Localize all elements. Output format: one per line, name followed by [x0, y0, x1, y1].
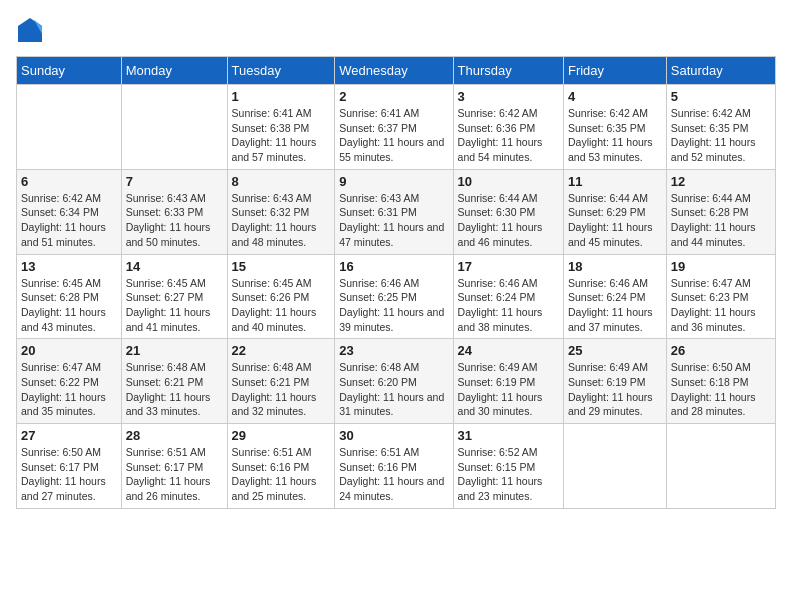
week-row-1: 6Sunrise: 6:42 AMSunset: 6:34 PMDaylight…	[17, 169, 776, 254]
calendar-cell: 14Sunrise: 6:45 AMSunset: 6:27 PMDayligh…	[121, 254, 227, 339]
calendar-cell: 11Sunrise: 6:44 AMSunset: 6:29 PMDayligh…	[563, 169, 666, 254]
calendar-cell: 24Sunrise: 6:49 AMSunset: 6:19 PMDayligh…	[453, 339, 563, 424]
day-info: Sunrise: 6:43 AMSunset: 6:31 PMDaylight:…	[339, 191, 448, 250]
calendar-cell: 3Sunrise: 6:42 AMSunset: 6:36 PMDaylight…	[453, 85, 563, 170]
day-info: Sunrise: 6:52 AMSunset: 6:15 PMDaylight:…	[458, 445, 559, 504]
calendar-cell	[17, 85, 122, 170]
day-number: 29	[232, 428, 331, 443]
day-number: 8	[232, 174, 331, 189]
day-number: 20	[21, 343, 117, 358]
day-number: 31	[458, 428, 559, 443]
day-number: 2	[339, 89, 448, 104]
day-info: Sunrise: 6:51 AMSunset: 6:16 PMDaylight:…	[339, 445, 448, 504]
day-number: 17	[458, 259, 559, 274]
day-number: 26	[671, 343, 771, 358]
day-number: 24	[458, 343, 559, 358]
day-info: Sunrise: 6:43 AMSunset: 6:33 PMDaylight:…	[126, 191, 223, 250]
day-number: 21	[126, 343, 223, 358]
day-info: Sunrise: 6:41 AMSunset: 6:37 PMDaylight:…	[339, 106, 448, 165]
calendar-cell	[563, 424, 666, 509]
day-number: 11	[568, 174, 662, 189]
day-info: Sunrise: 6:50 AMSunset: 6:17 PMDaylight:…	[21, 445, 117, 504]
day-number: 28	[126, 428, 223, 443]
calendar-cell: 10Sunrise: 6:44 AMSunset: 6:30 PMDayligh…	[453, 169, 563, 254]
day-info: Sunrise: 6:46 AMSunset: 6:24 PMDaylight:…	[458, 276, 559, 335]
calendar-cell: 26Sunrise: 6:50 AMSunset: 6:18 PMDayligh…	[666, 339, 775, 424]
day-number: 18	[568, 259, 662, 274]
day-number: 19	[671, 259, 771, 274]
calendar-cell: 13Sunrise: 6:45 AMSunset: 6:28 PMDayligh…	[17, 254, 122, 339]
day-info: Sunrise: 6:48 AMSunset: 6:21 PMDaylight:…	[232, 360, 331, 419]
day-info: Sunrise: 6:46 AMSunset: 6:25 PMDaylight:…	[339, 276, 448, 335]
day-info: Sunrise: 6:51 AMSunset: 6:17 PMDaylight:…	[126, 445, 223, 504]
day-info: Sunrise: 6:45 AMSunset: 6:26 PMDaylight:…	[232, 276, 331, 335]
day-header-friday: Friday	[563, 57, 666, 85]
day-info: Sunrise: 6:44 AMSunset: 6:30 PMDaylight:…	[458, 191, 559, 250]
svg-marker-0	[18, 18, 42, 42]
day-header-sunday: Sunday	[17, 57, 122, 85]
calendar-cell: 25Sunrise: 6:49 AMSunset: 6:19 PMDayligh…	[563, 339, 666, 424]
day-number: 9	[339, 174, 448, 189]
calendar-cell: 8Sunrise: 6:43 AMSunset: 6:32 PMDaylight…	[227, 169, 335, 254]
day-header-thursday: Thursday	[453, 57, 563, 85]
day-header-wednesday: Wednesday	[335, 57, 453, 85]
day-number: 1	[232, 89, 331, 104]
day-number: 25	[568, 343, 662, 358]
calendar-cell: 15Sunrise: 6:45 AMSunset: 6:26 PMDayligh…	[227, 254, 335, 339]
day-info: Sunrise: 6:51 AMSunset: 6:16 PMDaylight:…	[232, 445, 331, 504]
page-header	[16, 16, 776, 44]
day-info: Sunrise: 6:44 AMSunset: 6:29 PMDaylight:…	[568, 191, 662, 250]
calendar-cell: 16Sunrise: 6:46 AMSunset: 6:25 PMDayligh…	[335, 254, 453, 339]
calendar-cell: 27Sunrise: 6:50 AMSunset: 6:17 PMDayligh…	[17, 424, 122, 509]
calendar-cell: 30Sunrise: 6:51 AMSunset: 6:16 PMDayligh…	[335, 424, 453, 509]
week-row-0: 1Sunrise: 6:41 AMSunset: 6:38 PMDaylight…	[17, 85, 776, 170]
day-info: Sunrise: 6:49 AMSunset: 6:19 PMDaylight:…	[568, 360, 662, 419]
day-number: 10	[458, 174, 559, 189]
day-number: 30	[339, 428, 448, 443]
calendar-cell: 6Sunrise: 6:42 AMSunset: 6:34 PMDaylight…	[17, 169, 122, 254]
day-info: Sunrise: 6:50 AMSunset: 6:18 PMDaylight:…	[671, 360, 771, 419]
calendar-cell: 4Sunrise: 6:42 AMSunset: 6:35 PMDaylight…	[563, 85, 666, 170]
day-number: 12	[671, 174, 771, 189]
day-info: Sunrise: 6:41 AMSunset: 6:38 PMDaylight:…	[232, 106, 331, 165]
day-info: Sunrise: 6:42 AMSunset: 6:35 PMDaylight:…	[671, 106, 771, 165]
day-info: Sunrise: 6:45 AMSunset: 6:27 PMDaylight:…	[126, 276, 223, 335]
day-number: 15	[232, 259, 331, 274]
logo-icon	[16, 16, 44, 44]
day-info: Sunrise: 6:42 AMSunset: 6:35 PMDaylight:…	[568, 106, 662, 165]
calendar-cell: 12Sunrise: 6:44 AMSunset: 6:28 PMDayligh…	[666, 169, 775, 254]
calendar-cell: 7Sunrise: 6:43 AMSunset: 6:33 PMDaylight…	[121, 169, 227, 254]
day-number: 27	[21, 428, 117, 443]
calendar-cell: 9Sunrise: 6:43 AMSunset: 6:31 PMDaylight…	[335, 169, 453, 254]
week-row-2: 13Sunrise: 6:45 AMSunset: 6:28 PMDayligh…	[17, 254, 776, 339]
day-header-saturday: Saturday	[666, 57, 775, 85]
calendar-cell: 17Sunrise: 6:46 AMSunset: 6:24 PMDayligh…	[453, 254, 563, 339]
day-number: 6	[21, 174, 117, 189]
day-info: Sunrise: 6:45 AMSunset: 6:28 PMDaylight:…	[21, 276, 117, 335]
day-number: 5	[671, 89, 771, 104]
calendar-cell: 2Sunrise: 6:41 AMSunset: 6:37 PMDaylight…	[335, 85, 453, 170]
day-number: 22	[232, 343, 331, 358]
day-info: Sunrise: 6:47 AMSunset: 6:22 PMDaylight:…	[21, 360, 117, 419]
calendar-cell: 18Sunrise: 6:46 AMSunset: 6:24 PMDayligh…	[563, 254, 666, 339]
day-info: Sunrise: 6:48 AMSunset: 6:21 PMDaylight:…	[126, 360, 223, 419]
calendar-cell: 5Sunrise: 6:42 AMSunset: 6:35 PMDaylight…	[666, 85, 775, 170]
day-number: 13	[21, 259, 117, 274]
day-info: Sunrise: 6:47 AMSunset: 6:23 PMDaylight:…	[671, 276, 771, 335]
day-header-monday: Monday	[121, 57, 227, 85]
day-number: 23	[339, 343, 448, 358]
day-number: 3	[458, 89, 559, 104]
calendar-cell: 1Sunrise: 6:41 AMSunset: 6:38 PMDaylight…	[227, 85, 335, 170]
calendar-cell: 19Sunrise: 6:47 AMSunset: 6:23 PMDayligh…	[666, 254, 775, 339]
calendar-cell: 20Sunrise: 6:47 AMSunset: 6:22 PMDayligh…	[17, 339, 122, 424]
day-number: 16	[339, 259, 448, 274]
day-info: Sunrise: 6:42 AMSunset: 6:34 PMDaylight:…	[21, 191, 117, 250]
day-info: Sunrise: 6:43 AMSunset: 6:32 PMDaylight:…	[232, 191, 331, 250]
calendar-cell: 23Sunrise: 6:48 AMSunset: 6:20 PMDayligh…	[335, 339, 453, 424]
calendar-cell: 28Sunrise: 6:51 AMSunset: 6:17 PMDayligh…	[121, 424, 227, 509]
day-info: Sunrise: 6:42 AMSunset: 6:36 PMDaylight:…	[458, 106, 559, 165]
day-info: Sunrise: 6:46 AMSunset: 6:24 PMDaylight:…	[568, 276, 662, 335]
logo	[16, 16, 48, 44]
calendar-cell	[666, 424, 775, 509]
day-number: 14	[126, 259, 223, 274]
